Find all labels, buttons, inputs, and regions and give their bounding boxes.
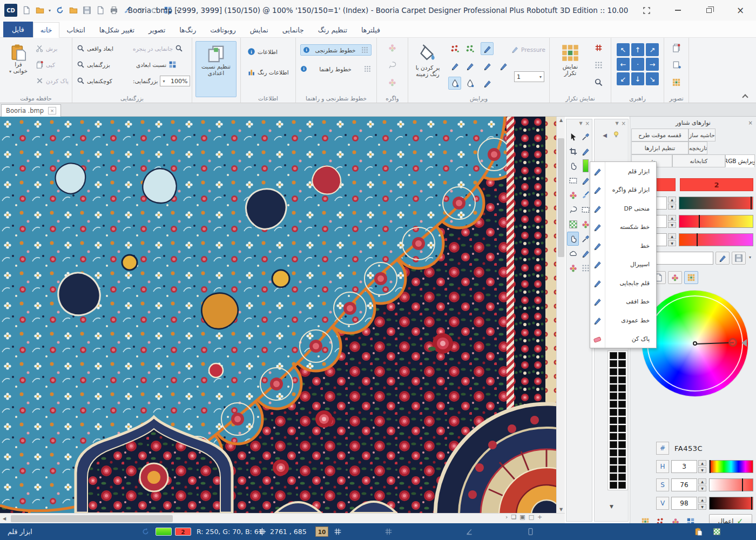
menu-item[interactable]: ابزار قلم: [590, 162, 656, 181]
save-icon[interactable]: [82, 6, 91, 15]
flower-cluster-tool-icon[interactable]: [567, 261, 579, 275]
palette-color-swatch[interactable]: [610, 482, 617, 489]
table-status-icon[interactable]: [713, 528, 721, 536]
bulb-icon[interactable]: [612, 131, 620, 139]
palette-color-swatch[interactable]: [618, 401, 626, 408]
edit-color-icon[interactable]: [716, 252, 730, 265]
menu-item[interactable]: خط افقی: [590, 293, 656, 312]
palette-color-swatch[interactable]: [610, 360, 617, 367]
ribbon-tab[interactable]: رنگ‌ها: [172, 23, 203, 37]
palette-color-swatch[interactable]: [610, 384, 617, 392]
save-color-icon[interactable]: [732, 252, 746, 265]
palette-color-swatch[interactable]: [610, 409, 617, 416]
image-copy-icon[interactable]: [670, 41, 683, 54]
repeat-zoom-icon[interactable]: [592, 76, 605, 89]
palette-color-swatch[interactable]: [618, 417, 626, 424]
hue-handle[interactable]: [728, 338, 737, 347]
ribbon-tab[interactable]: جانمایی: [275, 23, 311, 37]
pen-minus-icon[interactable]: [448, 59, 461, 72]
new-file-icon[interactable]: [22, 6, 31, 15]
red-slider[interactable]: [679, 197, 753, 210]
edit-doc-icon[interactable]: [96, 6, 105, 15]
pen-size-badge[interactable]: 10: [315, 526, 328, 537]
undo-icon[interactable]: [136, 6, 145, 15]
motif-tool-icon[interactable]: [386, 58, 399, 71]
open-folder-icon[interactable]: [35, 6, 44, 15]
guide-lines-toggle[interactable]: خطوط راهنما: [300, 65, 372, 73]
pointer-tool-icon[interactable]: [567, 130, 579, 144]
palette-grid-toggle[interactable]: [684, 271, 698, 284]
ribbon-tab[interactable]: تنظیم رنگ: [311, 23, 354, 37]
pages-icon[interactable]: ❏: [511, 514, 516, 521]
nav-arrow-button[interactable]: →: [646, 58, 659, 71]
clear-button[interactable]: پاک کردن: [36, 77, 69, 85]
palette-color-swatch[interactable]: [618, 352, 626, 359]
pen-plus-icon[interactable]: [463, 59, 476, 72]
droplet-tool-active[interactable]: [448, 77, 461, 90]
ribbon-tab[interactable]: خانه: [33, 22, 60, 38]
redo-icon[interactable]: [150, 6, 159, 15]
ruler-status-icon[interactable]: [384, 528, 393, 536]
palette-color-swatch[interactable]: [610, 474, 617, 481]
ribbon-tab[interactable]: فیلترها: [354, 23, 387, 37]
color-options-icon[interactable]: ▾: [749, 255, 751, 260]
panel-close-icon[interactable]: ×: [585, 120, 590, 126]
palette-color-swatch[interactable]: [618, 368, 626, 375]
val-slider[interactable]: [709, 497, 753, 510]
cloud-lasso-tool-icon[interactable]: [567, 246, 579, 260]
lasso-tool-icon[interactable]: [567, 202, 579, 217]
dock-tab[interactable]: قفسه موقت طرح: [631, 129, 688, 141]
palette-color-swatch[interactable]: [618, 457, 626, 464]
sat-input[interactable]: 76: [671, 478, 697, 491]
palette-color-swatch[interactable]: [618, 376, 626, 383]
nav-arrow-button[interactable]: ↙: [617, 72, 630, 85]
nav-arrow-button[interactable]: ←: [617, 58, 630, 71]
grid-lines-toggle[interactable]: خطوط شطرنجی: [300, 44, 372, 56]
blue-slider[interactable]: [679, 233, 753, 246]
palette-color-swatch[interactable]: [610, 368, 617, 375]
panel-collapse-icon[interactable]: ▼: [615, 121, 618, 126]
page-status-icon[interactable]: [526, 528, 535, 536]
palette-color-swatch[interactable]: [610, 433, 617, 440]
menu-item[interactable]: خط: [590, 237, 656, 255]
palette-more-icon[interactable]: ▼: [610, 504, 613, 509]
aspect-ratio-button[interactable]: نسبت ابعادی: [136, 60, 177, 69]
palette-color-swatch[interactable]: [610, 393, 617, 400]
dock-tab[interactable]: ویرایش RGB: [725, 154, 755, 167]
ribbon-tab[interactable]: تصویر: [141, 23, 172, 37]
pressure-toggle[interactable]: Pressure: [511, 45, 545, 53]
minimize-button[interactable]: [662, 0, 693, 21]
brush-icon[interactable]: [123, 6, 132, 15]
more-icon[interactable]: ▾: [177, 8, 179, 13]
pen-line-tool[interactable]: [481, 59, 494, 72]
fill-background-button[interactable]: پر کردن با رنگ زمینه: [410, 40, 445, 98]
cut-button[interactable]: برش: [36, 44, 58, 52]
zoom-in-button[interactable]: بزرگنمایی: [77, 60, 110, 69]
document-close-icon[interactable]: ×: [48, 107, 56, 114]
palette-color-swatch[interactable]: [610, 425, 617, 432]
pen-line-tool[interactable]: [481, 77, 494, 90]
palette-color-swatch[interactable]: [618, 384, 626, 392]
color-swatch-selected[interactable]: 2: [680, 178, 753, 191]
grid-view-icon[interactable]: ▣: [519, 514, 525, 521]
color-wheel-toggle[interactable]: [668, 271, 682, 284]
scatter-green-icon[interactable]: [463, 42, 476, 55]
magic-select-tool-icon[interactable]: [567, 159, 579, 173]
palette-color-swatch[interactable]: [610, 376, 617, 383]
dock-tab[interactable]: کتابخانه: [672, 154, 725, 167]
repeat-grid-icon[interactable]: [592, 41, 605, 54]
fit-window-icon[interactable]: [631, 0, 662, 21]
palette-color-swatch[interactable]: [618, 482, 626, 489]
pen-line-tool-active[interactable]: [481, 42, 494, 55]
palette-color-swatch[interactable]: [618, 433, 626, 440]
add-view-icon[interactable]: +: [537, 514, 542, 521]
motif-tool-icon[interactable]: [386, 41, 399, 54]
menu-item[interactable]: ابزار قلم واگره: [590, 181, 656, 200]
checker-fill-tool-icon[interactable]: [567, 217, 579, 231]
blue-spinner[interactable]: ▲▼: [668, 233, 676, 246]
palette-color-swatch[interactable]: [610, 457, 617, 464]
refresh-icon[interactable]: [55, 6, 64, 15]
prev-icon[interactable]: ◀: [603, 132, 607, 138]
dock-tab[interactable]: تنظیم ابزارها: [631, 141, 688, 154]
nav-arrow-button[interactable]: ↑: [631, 43, 644, 56]
